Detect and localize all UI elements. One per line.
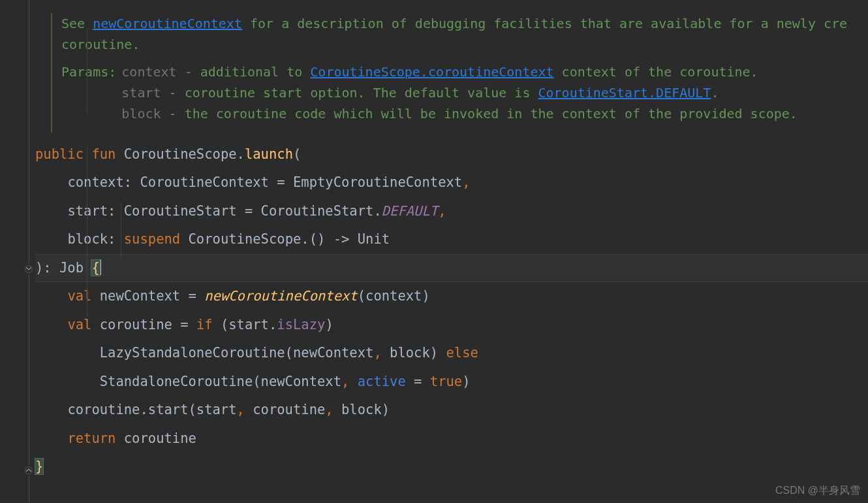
editor-content[interactable]: See newCoroutineContext for a descriptio… bbox=[33, 0, 868, 503]
doc-param-start: start - coroutine start option. The defa… bbox=[121, 82, 798, 103]
watermark: CSDN @半身风雪 bbox=[775, 484, 860, 498]
code-return-type-line: ): Job { bbox=[35, 254, 868, 282]
doc-link-coroutineContext[interactable]: CoroutineScope.coroutineContext bbox=[310, 64, 553, 80]
code-return: return coroutine bbox=[35, 425, 868, 453]
code-coroutine-if: val coroutine = if (start.isLazy) bbox=[35, 311, 868, 339]
code-block: public fun CoroutineScope.launch( contex… bbox=[35, 140, 868, 481]
indent-guide bbox=[87, 28, 87, 113]
code-editor[interactable]: See newCoroutineContext for a descriptio… bbox=[0, 0, 868, 503]
code-standalone-branch: StandaloneCoroutine(newContext, active =… bbox=[35, 368, 868, 396]
doc-see-suffix: for a description of debugging facilitie… bbox=[242, 16, 847, 31]
indent-guide bbox=[87, 146, 87, 316]
param-name-start: start bbox=[121, 85, 161, 101]
code-start-call: coroutine.start(start, coroutine, block) bbox=[35, 396, 868, 424]
doc-see-prefix: See bbox=[61, 16, 93, 31]
svg-point-1 bbox=[25, 467, 33, 474]
doc-link-newCoroutineContext[interactable]: newCoroutineContext bbox=[93, 16, 242, 31]
doc-see-line2: coroutine. bbox=[61, 34, 868, 55]
code-param-context: context: CoroutineContext = EmptyCorouti… bbox=[35, 169, 868, 197]
doc-params-label: Params: bbox=[61, 61, 116, 82]
close-brace: } bbox=[35, 459, 43, 474]
code-close-brace: } bbox=[35, 453, 868, 481]
code-signature-open: public fun CoroutineScope.launch( bbox=[35, 140, 868, 169]
code-param-block: block: suspend CoroutineScope.() -> Unit bbox=[35, 225, 868, 253]
kdoc-block: See newCoroutineContext for a descriptio… bbox=[35, 13, 868, 124]
doc-left-margin bbox=[51, 13, 52, 133]
indent-guide bbox=[121, 203, 121, 258]
param-name-context: context bbox=[121, 64, 176, 80]
doc-link-start-default[interactable]: CoroutineStart.DEFAULT bbox=[538, 85, 711, 101]
code-newcontext: val newContext = newCoroutineContext(con… bbox=[35, 282, 868, 310]
open-brace: { bbox=[91, 260, 99, 276]
fold-guide bbox=[29, 0, 29, 503]
doc-param-context: context - additional to CoroutineScope.c… bbox=[121, 61, 798, 82]
code-lazy-branch: LazyStandaloneCoroutine(newContext, bloc… bbox=[35, 339, 868, 367]
gutter bbox=[0, 0, 33, 503]
doc-param-block: block - the coroutine code which will be… bbox=[121, 103, 798, 124]
caret bbox=[100, 259, 101, 275]
code-param-start: start: CoroutineStart = CoroutineStart.D… bbox=[35, 197, 868, 225]
param-name-block: block bbox=[121, 106, 161, 122]
doc-see-line1: See newCoroutineContext for a descriptio… bbox=[61, 13, 868, 34]
